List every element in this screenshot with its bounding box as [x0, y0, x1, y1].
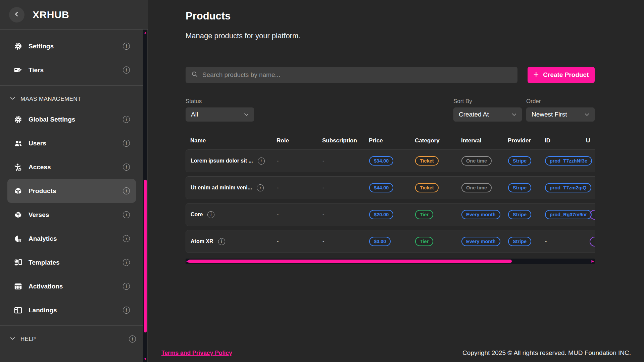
sort-filters: Sort By Created At Order Newest First: [453, 98, 595, 122]
chevron-down-icon: [9, 335, 16, 343]
extra-cell: [586, 210, 595, 220]
info-icon[interactable]: i: [129, 335, 136, 343]
product-name: Lorem ipsum dolor sit ...: [191, 158, 253, 164]
category-badge: Tier: [415, 210, 433, 219]
info-icon[interactable]: i: [123, 211, 130, 218]
info-icon[interactable]: i: [258, 157, 265, 165]
users-icon: [13, 139, 22, 148]
sidebar-item-label: Activations: [29, 283, 63, 290]
info-icon[interactable]: i: [123, 140, 130, 147]
sortby-select[interactable]: Created At: [453, 107, 522, 122]
nav-section-label: HELP: [20, 336, 36, 343]
interval-badge: One time: [461, 183, 492, 192]
dash-value: -: [590, 185, 591, 190]
templates-icon: [13, 258, 22, 267]
sidebar-item-landings[interactable]: Landingsi: [7, 298, 136, 322]
table-scrollbar-thumb[interactable]: [188, 260, 512, 263]
search-box[interactable]: [186, 67, 517, 83]
gear-icon: [13, 42, 22, 51]
price-badge: $0.00: [369, 237, 391, 246]
info-icon[interactable]: i: [123, 66, 130, 74]
sidebar-item-label: Analytics: [29, 235, 57, 242]
table-row[interactable]: Atom XRi--$0.00TierEvery monthStripe-: [186, 230, 595, 253]
info-icon[interactable]: i: [123, 164, 130, 171]
sidebar-scrollbar-thumb[interactable]: [144, 180, 147, 332]
sidebar-item-products[interactable]: Productsi: [7, 179, 136, 203]
table-row[interactable]: Lorem ipsum dolor sit ...i--$34.00Ticket…: [186, 149, 595, 172]
sidebar-item-tiers[interactable]: Tiersi: [7, 58, 136, 82]
product-name: Atom XR: [191, 238, 213, 244]
nav-section-header-maas-management[interactable]: MAAS MANAGEMENT: [0, 89, 143, 107]
order-select[interactable]: Newest First: [526, 107, 595, 122]
role-cell: -: [277, 238, 323, 244]
footer: Terms and Privacy Policy Copyright 2025 …: [148, 349, 644, 362]
provider-cell: Stripe: [508, 156, 545, 166]
box-icon: [13, 186, 22, 195]
column-header-role: Role: [277, 137, 322, 144]
info-icon[interactable]: i: [207, 211, 214, 218]
product-name: Ut enim ad minim veni...: [191, 185, 252, 191]
terms-privacy-link[interactable]: Terms and Privacy Policy: [161, 350, 232, 357]
info-icon[interactable]: i: [257, 184, 264, 191]
nav-section-divider: [0, 325, 143, 326]
sidebar-scrollbar[interactable]: ▲ ▼: [143, 30, 147, 362]
table-row[interactable]: Corei--$20.00TierEvery monthStripeprod_R…: [186, 203, 595, 226]
table-row[interactable]: Ut enim ad minim veni...i--$44.00TicketO…: [186, 176, 595, 199]
create-product-button[interactable]: + Create Product: [528, 67, 595, 83]
sidebar-item-settings[interactable]: Settingsi: [7, 34, 136, 58]
subscription-cell: -: [323, 212, 369, 218]
scrollbar-right-arrow[interactable]: ▶: [591, 260, 594, 263]
status-select[interactable]: All: [186, 107, 254, 122]
dash-value: -: [323, 212, 324, 217]
extra-badge: [590, 237, 595, 246]
sortby-filter-group: Sort By Created At: [453, 98, 522, 122]
subscription-cell: -: [323, 238, 369, 244]
sidebar-item-global-settings[interactable]: Global Settingsi: [7, 107, 136, 131]
price-cell: $34.00: [369, 156, 415, 166]
scrollbar-up-arrow[interactable]: ▲: [143, 31, 147, 34]
name-cell: Ut enim ad minim veni...i: [186, 184, 277, 191]
info-icon[interactable]: i: [123, 116, 130, 123]
sidebar-item-access[interactable]: Accessi: [7, 155, 136, 179]
scrollbar-down-arrow[interactable]: ▼: [143, 357, 147, 361]
card-icon: [13, 65, 22, 75]
info-icon[interactable]: i: [123, 187, 130, 194]
interval-cell: Every month: [461, 237, 508, 246]
dash-value: -: [277, 212, 279, 217]
id-cell: prod_T7zm2qiQ: [545, 183, 586, 192]
calendar-icon: [13, 282, 22, 291]
search-input[interactable]: [202, 71, 512, 79]
sidebar-collapse-button[interactable]: [9, 7, 24, 22]
category-cell: Ticket: [415, 183, 461, 192]
nav-section-header-help[interactable]: HELPi: [0, 329, 143, 348]
chevron-down-icon: [511, 111, 517, 118]
brand-logo: XRHUB: [33, 9, 69, 20]
dash-value: -: [277, 238, 279, 244]
info-icon[interactable]: i: [123, 43, 130, 50]
info-icon[interactable]: i: [123, 259, 130, 266]
table-horizontal-scrollbar[interactable]: ◀ ▶: [186, 259, 595, 264]
status-filter-label: Status: [186, 98, 254, 105]
info-icon[interactable]: i: [123, 235, 130, 242]
id-cell: -: [545, 238, 586, 244]
dash-value: -: [545, 238, 547, 244]
sidebar-item-label: Settings: [29, 43, 54, 50]
sidebar-item-verses[interactable]: Versesi: [7, 203, 136, 227]
id-badge: prod_T7zzhNf3c: [545, 156, 592, 166]
provider-badge: Stripe: [508, 156, 531, 166]
filters-row: Status All Sort By Created At: [186, 98, 595, 122]
column-header-name: Name: [186, 137, 277, 144]
sidebar-item-activations[interactable]: Activationsi: [7, 274, 136, 298]
info-icon[interactable]: i: [123, 283, 130, 290]
sidebar-item-users[interactable]: Usersi: [7, 131, 136, 155]
info-icon[interactable]: i: [123, 307, 130, 314]
provider-badge: Stripe: [508, 237, 531, 246]
info-icon[interactable]: i: [218, 238, 225, 245]
sidebar-item-label: Products: [29, 187, 56, 195]
interval-cell: One time: [461, 156, 508, 166]
sidebar-item-templates[interactable]: Templatesi: [7, 251, 136, 274]
table-header: NameRoleSubscriptionPriceCategoryInterva…: [186, 132, 595, 149]
sidebar-item-analytics[interactable]: Analyticsi: [7, 227, 136, 251]
sortby-select-value: Created At: [459, 111, 489, 118]
column-header-subscription: Subscription: [322, 137, 369, 144]
